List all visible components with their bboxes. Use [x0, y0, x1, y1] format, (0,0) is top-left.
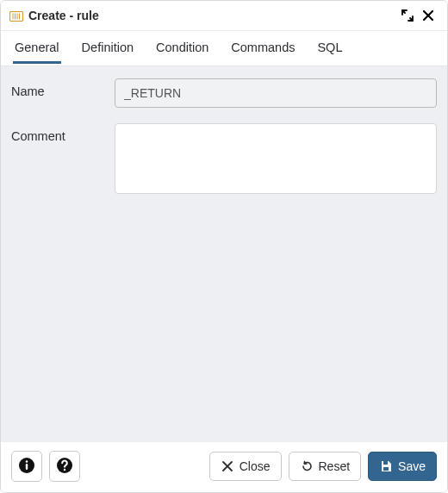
svg-rect-7 [26, 464, 28, 470]
tab-definition[interactable]: Definition [80, 33, 135, 65]
dialog-title: Create - rule [28, 9, 99, 22]
reset-icon [300, 459, 314, 473]
row-comment: Comment [11, 123, 437, 197]
tab-condition[interactable]: Condition [154, 33, 210, 65]
close-icon [221, 459, 234, 473]
form-body: Name Comment [1, 66, 447, 442]
tab-label: General [15, 41, 59, 54]
svg-rect-10 [383, 461, 388, 465]
create-rule-dialog: Create - rule General Definition Conditi… [0, 0, 448, 493]
name-input[interactable] [115, 78, 437, 108]
svg-point-9 [64, 468, 65, 470]
sql-help-button[interactable] [11, 451, 42, 482]
maximize-button[interactable] [397, 5, 418, 26]
comment-input[interactable] [115, 123, 437, 194]
tab-commands[interactable]: Commands [229, 33, 296, 65]
save-button-label: Save [398, 459, 426, 473]
tab-label: Definition [82, 41, 134, 54]
svg-point-6 [26, 460, 28, 463]
close-button[interactable]: Close [209, 452, 282, 481]
tab-sql[interactable]: SQL [315, 33, 344, 65]
reset-button[interactable]: Reset [289, 452, 362, 481]
label-comment: Comment [11, 123, 115, 143]
tab-label: Condition [156, 41, 208, 54]
help-button[interactable] [49, 451, 80, 482]
close-dialog-button[interactable] [418, 5, 439, 26]
help-icon [56, 457, 73, 477]
svg-rect-0 [10, 12, 23, 22]
label-name: Name [11, 78, 115, 98]
save-icon [379, 459, 393, 473]
save-button[interactable]: Save [368, 452, 437, 481]
close-button-label: Close [240, 459, 271, 473]
titlebar: Create - rule [1, 1, 447, 31]
row-name: Name [11, 78, 437, 108]
tab-label: SQL [317, 41, 342, 54]
tab-bar: General Definition Condition Commands SQ… [1, 31, 447, 66]
svg-rect-11 [383, 467, 389, 471]
tab-label: Commands [231, 41, 295, 54]
reset-button-label: Reset [319, 459, 351, 473]
tab-general[interactable]: General [13, 33, 61, 65]
rule-icon [9, 10, 23, 21]
footer: Close Reset Save [1, 442, 447, 492]
info-icon [18, 457, 35, 477]
